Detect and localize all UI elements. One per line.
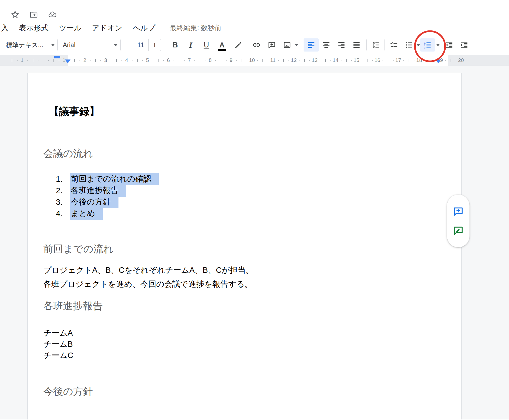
list-number: 1. — [43, 175, 63, 184]
paragraph-style-dropdown[interactable]: 標準テキス... — [6, 38, 55, 52]
ruler-tick — [424, 60, 425, 61]
selected-text[interactable]: 前回までの流れの確認 — [70, 173, 159, 185]
star-icon[interactable] — [10, 9, 20, 20]
ruler-tick — [362, 60, 362, 61]
move-folder-icon[interactable] — [29, 9, 39, 20]
team-line[interactable]: チームA — [43, 327, 73, 339]
font-family-dropdown[interactable]: Arial — [60, 38, 118, 52]
font-family-label: Arial — [63, 41, 75, 49]
ruler-number: 5 — [146, 57, 149, 63]
list-item[interactable]: 4. まとめ — [43, 208, 159, 219]
add-comment-fab-button[interactable] — [452, 205, 464, 217]
ruler-number: 11 — [270, 57, 276, 63]
ruler-number: 18 — [416, 57, 422, 63]
increase-indent-button[interactable] — [458, 38, 471, 52]
paragraph-line[interactable]: プロジェクトA、B、CをそれぞれチームA、B、Cが担当。 — [43, 263, 254, 277]
ruler-tick — [383, 60, 383, 61]
bold-icon: B — [172, 41, 178, 49]
ruler-tick — [299, 60, 299, 61]
italic-button[interactable]: I — [184, 38, 197, 52]
ruler-number: 9 — [230, 57, 233, 63]
ruler[interactable]: 11234567891011121314151617181920 — [0, 55, 509, 66]
ruler-tick — [153, 60, 153, 61]
ruler-number: 2 — [83, 57, 86, 63]
ruler-tick — [179, 59, 179, 62]
ruler-tick — [205, 60, 205, 61]
align-justify-icon — [352, 41, 361, 49]
menu-addons[interactable]: アドオン — [92, 23, 122, 33]
list-number: 3. — [43, 198, 63, 207]
image-icon — [283, 41, 291, 49]
right-indent-marker[interactable] — [436, 59, 441, 63]
insert-image-button[interactable] — [281, 38, 293, 52]
list-number: 2. — [43, 186, 63, 195]
ruler-tick — [414, 60, 414, 61]
ruler-number: 10 — [249, 57, 255, 63]
add-comment-button[interactable] — [265, 38, 278, 52]
increase-font-size-button[interactable]: + — [149, 39, 161, 51]
bulleted-list-button[interactable] — [402, 38, 415, 52]
numbered-list-button[interactable]: 1 2 3 — [420, 38, 435, 52]
menu-help[interactable]: ヘルプ — [133, 23, 155, 33]
bulleted-list-options-arrow[interactable] — [416, 44, 420, 46]
suggest-edits-fab-button[interactable] — [452, 225, 464, 237]
numbered-list-options-arrow[interactable] — [436, 44, 440, 46]
add-comment-icon — [453, 206, 464, 217]
insert-link-button[interactable] — [250, 38, 263, 52]
agenda-numbered-list[interactable]: 1. 前回までの流れの確認 2. 各班進捗報告 3. 今後の方針 4. — [43, 173, 159, 219]
toolbar-separator — [57, 39, 58, 50]
heading-meeting-flow[interactable]: 会議の流れ — [43, 147, 93, 160]
text-color-button[interactable]: A — [216, 38, 228, 52]
italic-icon: I — [189, 41, 192, 50]
toolbar-separator — [247, 39, 247, 50]
ruler-tick — [351, 60, 352, 61]
font-size-control: − 11 + — [120, 39, 161, 51]
team-line[interactable]: チームC — [43, 350, 73, 361]
menu-format[interactable]: 表示形式 — [19, 23, 49, 33]
menu-insert-partial[interactable]: 入 — [1, 23, 9, 33]
left-indent-marker[interactable] — [65, 59, 70, 63]
list-item[interactable]: 2. 各班進捗報告 — [43, 185, 159, 196]
team-line[interactable]: チームB — [43, 339, 73, 350]
first-line-indent-marker[interactable] — [54, 56, 60, 58]
align-left-button[interactable] — [304, 38, 319, 52]
selected-text[interactable]: 今後の方針 — [70, 196, 118, 208]
checklist-button[interactable] — [387, 38, 400, 52]
ruler-tick — [346, 59, 347, 62]
ruler-tick — [388, 59, 388, 62]
list-item[interactable]: 3. 今後の方針 — [43, 196, 159, 208]
decrease-indent-button[interactable] — [443, 38, 456, 52]
highlight-color-button[interactable] — [232, 38, 245, 52]
selected-text[interactable]: 各班進捗報告 — [70, 184, 126, 197]
align-justify-button[interactable] — [349, 38, 364, 52]
font-size-input[interactable]: 11 — [133, 39, 149, 51]
ruler-tick — [372, 60, 373, 61]
decrease-font-size-button[interactable]: − — [121, 39, 133, 51]
menu-tools[interactable]: ツール — [59, 23, 81, 33]
heading-previous-flow[interactable]: 前回までの流れ — [43, 242, 113, 256]
selected-text[interactable]: まとめ — [70, 207, 103, 220]
image-options-arrow[interactable] — [295, 44, 298, 46]
document-title-text[interactable]: 【議事録】 — [49, 105, 100, 118]
ruler-tick — [48, 60, 49, 61]
heading-future-policy[interactable]: 今後の方針 — [43, 385, 93, 398]
document-page[interactable]: 【議事録】 会議の流れ 1. 前回までの流れの確認 2. 各班進捗報告 3. 今… — [28, 73, 461, 419]
list-item[interactable]: 1. 前回までの流れの確認 — [43, 173, 159, 185]
paragraph-line[interactable]: 各班プロジェクトを進め、今回の会議で進捗を報告する。 — [43, 277, 254, 291]
last-edit-link[interactable]: 最終編集: 数秒前 — [170, 23, 222, 32]
line-spacing-button[interactable] — [369, 38, 382, 52]
bold-button[interactable]: B — [169, 38, 182, 52]
ruler-tick — [100, 60, 101, 61]
align-right-button[interactable] — [334, 38, 349, 52]
heading-progress-report[interactable]: 各班進捗報告 — [43, 299, 103, 313]
underline-button[interactable]: U — [200, 38, 213, 52]
ruler-tick — [325, 59, 326, 62]
align-center-button[interactable] — [319, 38, 334, 52]
highlighter-icon — [234, 41, 242, 49]
cloud-saved-icon[interactable] — [47, 9, 58, 20]
team-list[interactable]: チームA チームB チームC — [43, 327, 73, 361]
ruler-tick — [283, 59, 284, 62]
ruler-tick — [59, 60, 59, 61]
body-paragraph[interactable]: プロジェクトA、B、CをそれぞれチームA、B、Cが担当。 各班プロジェクトを進め… — [43, 263, 254, 291]
ruler-tick — [409, 59, 409, 62]
